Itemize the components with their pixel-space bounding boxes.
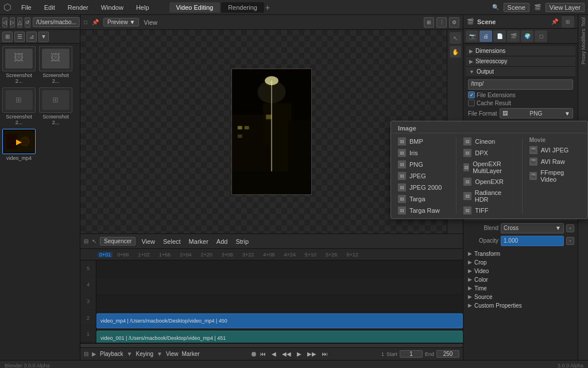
- custom-properties-section-header[interactable]: ▶ Custom Properties: [466, 301, 578, 310]
- stereoscopy-section-header[interactable]: ▶ Stereoscopy: [466, 56, 575, 67]
- video-clip[interactable]: video_mp4 | /Users/macbook/Desktop/video…: [96, 313, 463, 328]
- list-item[interactable]: 🖼 Screenshot 2...: [2, 46, 36, 84]
- blend-reset-button[interactable]: •: [566, 224, 574, 232]
- marker-label-bottom[interactable]: Marker: [181, 351, 199, 357]
- go-end-button[interactable]: ⏭: [320, 350, 330, 358]
- view-layer-props-icon[interactable]: 📄: [493, 30, 506, 42]
- file-format-selector[interactable]: 🖼 PNG ▼: [500, 108, 573, 118]
- seq-menu-strip[interactable]: Strip: [233, 237, 251, 246]
- format-tiff[interactable]: 🖼 TIFF: [460, 205, 518, 216]
- format-openexr-multilayer[interactable]: 🖼 OpenEXR MultiLayer: [460, 159, 518, 176]
- settings-button[interactable]: ⚙: [449, 17, 459, 28]
- scrollbar-thumb[interactable]: [80, 344, 463, 347]
- format-cineon[interactable]: 🖼 Cineon: [460, 136, 518, 147]
- object-props-icon[interactable]: ◻: [535, 30, 547, 42]
- format-targa[interactable]: 🖼 Targa: [394, 193, 452, 205]
- path-bar[interactable]: /Users/macbo...: [33, 17, 80, 27]
- up-button[interactable]: △: [17, 17, 22, 28]
- horizontal-scrollbar[interactable]: [80, 343, 463, 347]
- menu-edit[interactable]: Edit: [41, 3, 58, 12]
- menu-help[interactable]: Help: [133, 3, 152, 12]
- view-toggle-button[interactable]: ⊞: [2, 32, 13, 42]
- sidebar-tab-modifiers[interactable]: Modifiers: [581, 29, 586, 50]
- list-item[interactable]: ▶ video_mp4: [2, 129, 36, 161]
- play-button[interactable]: ▶: [295, 350, 303, 358]
- render-props-icon[interactable]: 📷: [466, 30, 478, 42]
- record-dot[interactable]: [252, 352, 256, 356]
- output-props-icon[interactable]: 🖨: [479, 30, 492, 42]
- cursor-icon[interactable]: ↖: [450, 32, 461, 44]
- video-section-header[interactable]: ▶ Video: [466, 267, 578, 275]
- back-button[interactable]: ◁: [2, 17, 7, 28]
- scene-selector[interactable]: Scene: [504, 3, 529, 12]
- list-item[interactable]: ⊞ Screenshot 2...: [2, 87, 36, 125]
- sort-button[interactable]: ▼: [38, 32, 49, 42]
- menu-window[interactable]: Window: [98, 3, 126, 12]
- view-layer-selector[interactable]: View Layer: [546, 3, 585, 12]
- seq-menu-select[interactable]: Select: [161, 237, 183, 246]
- preview-mode-selector[interactable]: Preview ▼: [103, 18, 139, 26]
- next-frame-button[interactable]: ▶▶: [305, 350, 318, 358]
- keying-label[interactable]: Keying: [136, 351, 153, 357]
- pin-button[interactable]: 📌: [551, 18, 558, 25]
- forward-button[interactable]: ▷: [10, 17, 15, 28]
- source-section-header[interactable]: ▶ Source: [466, 293, 578, 301]
- blend-selector[interactable]: Cross ▼: [501, 223, 564, 233]
- time-section-header[interactable]: ▶ Time: [466, 284, 578, 293]
- color-section-header[interactable]: ▶ Color: [466, 275, 578, 284]
- list-item[interactable]: ⊞ Screenshot 2...: [39, 87, 72, 125]
- go-start-button[interactable]: ⏮: [258, 350, 268, 358]
- output-path-input[interactable]: /tmp/: [468, 79, 573, 90]
- format-targa-raw[interactable]: 🖼 Targa Raw: [394, 205, 452, 216]
- dimensions-section-header[interactable]: ▶ Dimensions: [466, 46, 575, 56]
- world-props-icon[interactable]: 🌍: [521, 30, 533, 42]
- hand-tool-icon[interactable]: ✋: [450, 46, 461, 57]
- tab-rendering[interactable]: Rendering: [221, 2, 264, 13]
- output-section-header[interactable]: ▼ Output: [466, 67, 575, 77]
- cache-result-checkbox[interactable]: [468, 99, 475, 106]
- format-png[interactable]: 🖼 PNG: [394, 159, 452, 170]
- tab-video-editing[interactable]: Video Editing: [169, 2, 220, 13]
- format-dpx[interactable]: 🖼 DPX: [460, 147, 518, 159]
- format-iris[interactable]: 🖼 Iris: [394, 147, 452, 159]
- seq-menu-view[interactable]: View: [139, 237, 157, 246]
- opacity-slider[interactable]: 1.000: [501, 236, 564, 246]
- collapse-button[interactable]: ⊞: [562, 16, 574, 28]
- opacity-reset-button[interactable]: •: [566, 237, 574, 245]
- list-item[interactable]: 🖼 Screenshot 2...: [39, 46, 72, 84]
- menu-file[interactable]: File: [18, 3, 34, 12]
- format-jpeg[interactable]: 🖼 JPEG: [394, 170, 452, 182]
- crop-section-header[interactable]: ▶ Crop: [466, 258, 578, 267]
- view-options-button[interactable]: ⋮: [436, 17, 447, 28]
- add-workspace-icon[interactable]: +: [265, 3, 270, 12]
- seq-menu-add[interactable]: Add: [214, 237, 230, 246]
- format-avi-raw[interactable]: 🎬 AVI Raw: [526, 156, 584, 167]
- track-row[interactable]: video_mp4 | /Users/macbook/Desktop/video…: [96, 312, 463, 329]
- format-openexr[interactable]: 🖼 OpenEXR: [460, 176, 518, 187]
- sidebar-tab-proxy[interactable]: Proxy: [581, 51, 586, 64]
- zoom-button[interactable]: ⊞: [424, 17, 434, 28]
- format-avi-jpeg[interactable]: 🎬 AVI JPEG: [526, 144, 584, 156]
- format-jpeg2000[interactable]: 🖼 JPEG 2000: [394, 182, 452, 193]
- end-frame-input[interactable]: [436, 350, 459, 358]
- view-label-bottom[interactable]: View: [166, 351, 179, 357]
- format-bmp[interactable]: 🖼 BMP: [394, 136, 452, 147]
- list-view-button[interactable]: ☰: [14, 32, 25, 42]
- audio-clip[interactable]: video_001 | /Users/macbook/Desktop/video…: [96, 331, 463, 343]
- track-row[interactable]: video_001 | /Users/macbook/Desktop/video…: [96, 329, 463, 343]
- refresh-button[interactable]: ↺: [25, 17, 30, 28]
- seq-menu-marker[interactable]: Marker: [187, 237, 211, 246]
- targa-label: Targa: [409, 195, 425, 202]
- menu-render[interactable]: Render: [65, 3, 91, 12]
- transform-section-header[interactable]: ▶ Transform: [466, 250, 578, 258]
- scene-props-icon[interactable]: 🎬: [507, 30, 520, 42]
- sidebar-tab-tool[interactable]: Tool: [581, 17, 586, 27]
- start-frame-input[interactable]: [400, 350, 423, 358]
- format-ffmpeg[interactable]: 🎬 FFmpeg Video: [526, 167, 584, 185]
- play-reverse-button[interactable]: ◀◀: [280, 350, 293, 358]
- filter-button[interactable]: ⊿: [26, 32, 37, 42]
- prev-frame-button[interactable]: ◀: [270, 350, 278, 358]
- file-extensions-checkbox[interactable]: ✓: [468, 91, 475, 98]
- format-radiance-hdr[interactable]: 🖼 Radiance HDR: [460, 187, 518, 205]
- sequencer-label[interactable]: Sequencer: [100, 237, 136, 246]
